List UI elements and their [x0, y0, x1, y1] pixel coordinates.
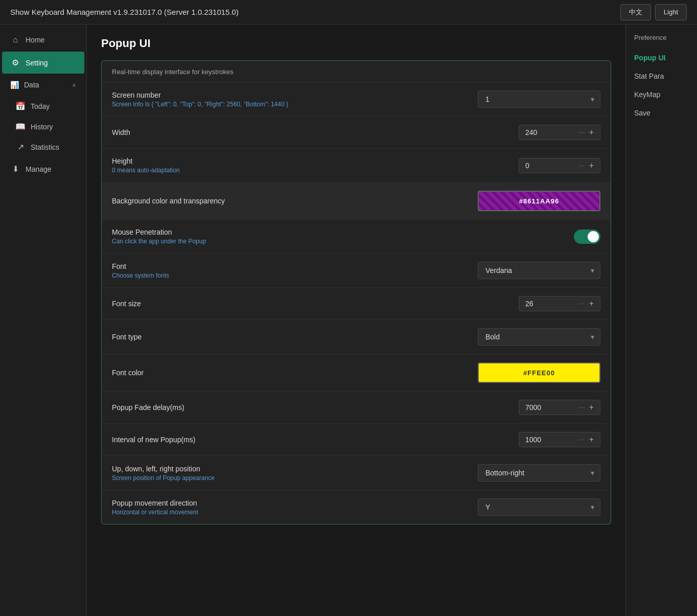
setting-row-screen-number: Screen number Screen Info Is { "Left": 0… — [102, 82, 611, 117]
setting-row-font-type: Font type Bold Normal Italic — [102, 320, 611, 354]
today-icon: 📅 — [15, 101, 26, 111]
sidebar-item-home-label: Home — [26, 36, 44, 44]
font-color-control[interactable]: #FFEE00 — [478, 362, 600, 383]
screen-number-dropdown-wrapper[interactable]: 1 2 — [478, 90, 600, 108]
mouse-penetration-toggle[interactable] — [574, 230, 600, 244]
position-dropdown[interactable]: Bottom-right Bottom-left Top-right Top-l… — [478, 464, 600, 482]
font-type-dropdown[interactable]: Bold Normal Italic — [478, 328, 600, 346]
topbar: Show Keyboard Management v1.9.231017.0 (… — [0, 0, 697, 25]
setting-row-fade-delay: Popup Fade delay(ms) 7000 — + — [102, 392, 611, 424]
sidebar-item-home[interactable]: ⌂ Home — [2, 29, 84, 51]
font-color-value: #FFEE00 — [523, 369, 555, 377]
data-icon: 📊 — [10, 81, 19, 89]
pref-item-keymap[interactable]: KeyMap — [626, 85, 697, 104]
statistics-icon: ↗ — [15, 142, 26, 152]
direction-control[interactable]: Y X — [478, 498, 600, 516]
position-label: Up, down, left, right position — [112, 465, 478, 473]
bgcolor-value: #8611AA96 — [519, 197, 559, 205]
screen-number-control[interactable]: 1 2 — [478, 90, 600, 108]
font-size-increment-button[interactable]: + — [589, 300, 594, 308]
bgcolor-button[interactable]: #8611AA96 — [478, 191, 600, 211]
sidebar-item-data-label: Data — [24, 81, 39, 89]
fade-delay-stepper[interactable]: 7000 — + — [519, 400, 600, 415]
page-title: Popup UI — [101, 37, 611, 50]
main-content: Popup UI Real-time display interface for… — [87, 25, 625, 616]
app-layout: ⌂ Home ⚙ Setting 📊 Data ∧ 📅 Today 📖 Hist… — [0, 25, 697, 616]
setting-row-font: Font Choose system fonts Verdana Arial T… — [102, 254, 611, 288]
setting-row-height: Height 0 means auto-adaptation 0 — + — [102, 149, 611, 182]
font-dropdown[interactable]: Verdana Arial Times New Roman — [478, 262, 600, 279]
font-size-stepper[interactable]: 26 — + — [519, 296, 600, 311]
font-type-dropdown-wrapper[interactable]: Bold Normal Italic — [478, 328, 600, 346]
lang-button[interactable]: 中文 — [620, 4, 651, 20]
font-color-label: Font color — [112, 369, 478, 377]
interval-label: Interval of new Popup(ms) — [112, 436, 519, 444]
direction-dropdown-wrapper[interactable]: Y X — [478, 498, 600, 516]
setting-row-width: Width 240 — + — [102, 117, 611, 149]
bgcolor-control[interactable]: #8611AA96 — [478, 191, 600, 211]
bgcolor-label: Background color and transparency — [112, 197, 478, 205]
width-increment-button[interactable]: + — [589, 128, 594, 136]
font-size-label: Font size — [112, 300, 519, 308]
pref-item-popup-ui[interactable]: Popup UI — [626, 49, 697, 67]
sidebar-item-today[interactable]: 📅 Today — [7, 96, 84, 116]
position-control[interactable]: Bottom-right Bottom-left Top-right Top-l… — [478, 464, 600, 482]
font-type-control[interactable]: Bold Normal Italic — [478, 328, 600, 346]
interval-control: 1000 — + — [519, 432, 600, 447]
fade-delay-increment-button[interactable]: + — [589, 403, 594, 412]
sidebar-item-setting-label: Setting — [26, 59, 48, 67]
interval-value: 1000 — [525, 436, 570, 444]
sidebar-item-setting[interactable]: ⚙ Setting — [2, 52, 84, 74]
setting-row-position: Up, down, left, right position Screen po… — [102, 456, 611, 490]
pref-item-stat-para[interactable]: Stat Para — [626, 67, 697, 85]
setting-row-mouse-penetration: Mouse Penetration Can click the app unde… — [102, 220, 611, 254]
height-value: 0 — [525, 162, 570, 170]
interval-stepper[interactable]: 1000 — + — [519, 432, 600, 447]
theme-button[interactable]: Light — [655, 4, 687, 20]
width-value: 240 — [525, 128, 570, 136]
direction-dropdown[interactable]: Y X — [478, 498, 600, 516]
height-increment-button[interactable]: + — [589, 162, 594, 170]
height-stepper[interactable]: 0 — + — [519, 158, 600, 173]
sidebar-item-manage-label: Manage — [26, 165, 52, 173]
screen-number-dropdown[interactable]: 1 2 — [478, 90, 600, 108]
interval-increment-button[interactable]: + — [589, 436, 594, 444]
width-stepper[interactable]: 240 — + — [519, 125, 600, 140]
font-dropdown-wrapper[interactable]: Verdana Arial Times New Roman — [478, 262, 600, 279]
height-control: 0 — + — [519, 158, 600, 173]
data-chevron-icon: ∧ — [72, 82, 76, 88]
mouse-penetration-control[interactable] — [574, 230, 600, 244]
setting-row-direction: Popup movement direction Horizontal or v… — [102, 490, 611, 524]
font-sublabel: Choose system fonts — [112, 272, 478, 279]
sidebar-item-history[interactable]: 📖 History — [7, 117, 84, 136]
screen-number-label: Screen number — [112, 91, 478, 99]
setting-row-interval: Interval of new Popup(ms) 1000 — + — [102, 424, 611, 456]
font-color-button[interactable]: #FFEE00 — [478, 362, 600, 383]
width-label: Width — [112, 128, 519, 136]
font-size-control: 26 — + — [519, 296, 600, 311]
sidebar-item-today-label: Today — [31, 102, 50, 110]
sidebar-item-statistics-label: Statistics — [31, 143, 59, 151]
sidebar-item-manage[interactable]: ⬇ Manage — [2, 158, 84, 180]
home-icon: ⌂ — [10, 35, 20, 44]
font-label: Font — [112, 262, 478, 270]
screen-number-sublabel: Screen Info Is { "Left": 0, "Top": 0, "R… — [112, 101, 478, 108]
setting-icon: ⚙ — [10, 58, 20, 67]
mouse-penetration-label: Mouse Penetration — [112, 228, 574, 236]
settings-panel: Real-time display interface for keystrok… — [101, 60, 611, 524]
font-control[interactable]: Verdana Arial Times New Roman — [478, 262, 600, 279]
history-icon: 📖 — [15, 122, 26, 131]
sidebar-item-history-label: History — [31, 123, 53, 131]
fade-delay-value: 7000 — [525, 403, 570, 412]
sidebar-item-data[interactable]: 📊 Data ∧ — [2, 75, 84, 95]
topbar-title: Show Keyboard Management v1.9.231017.0 (… — [10, 8, 239, 16]
position-sublabel: Screen position of Popup appearance — [112, 474, 478, 482]
right-panel: Preference Popup UI Stat Para KeyMap Sav… — [625, 25, 697, 616]
topbar-buttons: 中文 Light — [620, 4, 687, 20]
toggle-knob — [588, 231, 599, 242]
mouse-penetration-sublabel: Can click the app under the Popup — [112, 238, 574, 245]
sidebar: ⌂ Home ⚙ Setting 📊 Data ∧ 📅 Today 📖 Hist… — [0, 25, 87, 616]
sidebar-item-statistics[interactable]: ↗ Statistics — [7, 137, 84, 157]
position-dropdown-wrapper[interactable]: Bottom-right Bottom-left Top-right Top-l… — [478, 464, 600, 482]
pref-item-save[interactable]: Save — [626, 104, 697, 122]
